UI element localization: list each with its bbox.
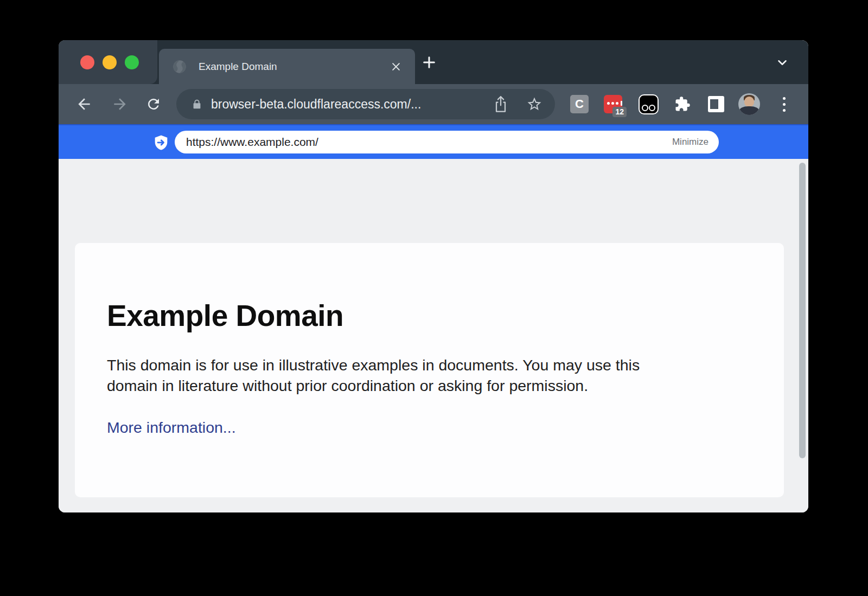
browser-window: Example Domain	[59, 40, 808, 512]
isolation-shield-icon	[152, 134, 170, 151]
body-line-2: domain in literature without prior coord…	[107, 375, 751, 396]
red-dots-glyph	[607, 101, 622, 106]
minimize-bar-button[interactable]: Minimize	[672, 137, 709, 148]
close-window-button[interactable]	[80, 55, 94, 69]
bookmark-star-icon[interactable]	[524, 93, 545, 115]
lock-icon	[191, 97, 203, 111]
remote-url-value[interactable]: https://www.example.com/	[186, 136, 672, 149]
avatar-shoulders	[739, 106, 759, 115]
reload-icon[interactable]	[142, 92, 165, 116]
page-viewport: Example Domain This domain is for use in…	[59, 159, 808, 512]
back-icon[interactable]	[72, 92, 96, 116]
address-bar-url[interactable]: browser-beta.cloudflareaccess.com/...	[211, 97, 490, 112]
zoom-window-button[interactable]	[125, 55, 139, 69]
share-icon[interactable]	[490, 93, 512, 115]
scrollbar-thumb[interactable]	[799, 163, 806, 458]
forward-icon[interactable]	[108, 92, 132, 116]
extension-red-dots-icon[interactable]: 12	[604, 95, 622, 113]
lens-left	[642, 105, 648, 111]
extension-c-label: C	[575, 97, 584, 111]
tab-search-chevron-icon[interactable]	[774, 54, 791, 71]
toolbar: browser-beta.cloudflareaccess.com/... C	[59, 84, 808, 124]
extension-two-lens-icon[interactable]	[639, 94, 659, 114]
side-panel-icon[interactable]	[708, 96, 724, 112]
tab-close-icon[interactable]	[389, 60, 403, 74]
screenshot: Example Domain	[0, 0, 868, 596]
lens-right	[649, 105, 655, 111]
minimize-window-button[interactable]	[103, 55, 117, 69]
page-body: This domain is for use in illustrative e…	[107, 355, 751, 396]
side-panel-hole	[710, 99, 718, 109]
address-bar[interactable]: browser-beta.cloudflareaccess.com/...	[176, 89, 555, 119]
globe-favicon-icon	[172, 59, 187, 74]
remote-isolation-bar: https://www.example.com/ Minimize	[59, 124, 808, 159]
extension-badge: 12	[612, 107, 627, 117]
body-line-1: This domain is for use in illustrative e…	[107, 355, 751, 375]
chrome-menu-icon[interactable]	[776, 93, 792, 115]
remote-url-input[interactable]: https://www.example.com/ Minimize	[175, 131, 719, 153]
more-information-link[interactable]: More information...	[107, 419, 236, 436]
tab-title: Example Domain	[199, 61, 277, 73]
tab-example-domain[interactable]: Example Domain	[159, 49, 415, 84]
extension-c-icon[interactable]: C	[570, 95, 589, 113]
puzzle-icon[interactable]	[672, 94, 693, 114]
tab-strip: Example Domain	[59, 40, 808, 84]
new-tab-button[interactable]	[421, 54, 437, 71]
example-domain-card: Example Domain This domain is for use in…	[75, 243, 784, 497]
avatar-face	[744, 97, 754, 107]
profile-avatar[interactable]	[738, 93, 760, 115]
titlebar-traffic-area	[59, 40, 157, 84]
page-title: Example Domain	[107, 298, 751, 333]
